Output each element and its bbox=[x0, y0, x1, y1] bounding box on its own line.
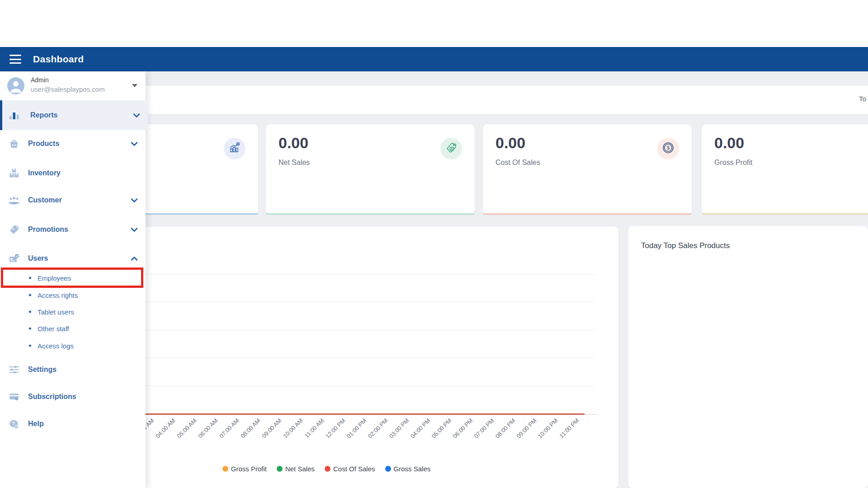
date-to-label: To bbox=[859, 95, 866, 103]
sidebar-item-label: Users bbox=[28, 254, 48, 263]
sidebar-item-label: Inventory bbox=[28, 169, 61, 177]
legend-item-gross-profit[interactable]: Gross Profit bbox=[222, 465, 267, 473]
dashboard-screen: To 0.00 Net Sales $ bbox=[0, 0, 868, 488]
sidebar-subitem-label: Tablet users bbox=[38, 308, 74, 316]
sidebar-item-settings[interactable]: Settings bbox=[0, 357, 146, 382]
sidebar-item-users[interactable]: Users bbox=[0, 246, 146, 271]
bullet-icon bbox=[29, 311, 31, 313]
cost-of-sales-card: 0.00 Cost Of Sales $ bbox=[483, 124, 692, 215]
card-accent bbox=[266, 213, 475, 215]
sidebar-item-customer[interactable]: Customer bbox=[0, 188, 146, 213]
gridline bbox=[72, 385, 596, 386]
gridline bbox=[72, 330, 596, 330]
gridline bbox=[72, 274, 596, 275]
sidebar-item-subscriptions[interactable]: Subscriptions bbox=[0, 384, 146, 409]
sidebar-item-label: Reports bbox=[30, 111, 57, 119]
top-sales-products-panel: Today Top Sales Products bbox=[628, 226, 868, 488]
cost-of-sales-value: 0.00 bbox=[495, 134, 525, 152]
legend-dot bbox=[325, 466, 330, 472]
price-tag-dollar-icon: $ bbox=[445, 141, 458, 156]
page-title: Dashboard bbox=[33, 54, 84, 65]
legend-label: Net Sales bbox=[285, 465, 315, 473]
svg-text:?: ? bbox=[12, 421, 15, 426]
sales-trend-icon bbox=[228, 141, 241, 156]
gross-profit-label: Gross Profit bbox=[714, 159, 752, 167]
svg-text:$: $ bbox=[667, 145, 670, 150]
help-bubble-icon: ? bbox=[8, 418, 20, 430]
bar-chart-icon bbox=[8, 109, 20, 121]
legend-label: Gross Profit bbox=[231, 465, 267, 473]
legend-item-gross-sales[interactable]: Gross Sales bbox=[385, 465, 431, 473]
card-icon-circle bbox=[224, 138, 245, 160]
sidebar-item-label: Customer bbox=[28, 196, 62, 204]
legend-item-cost-of-sales[interactable]: Cost Of Sales bbox=[325, 465, 375, 473]
bullet-icon bbox=[29, 277, 31, 279]
sidebar-subitem-employees[interactable]: Employees bbox=[0, 270, 146, 286]
net-sales-label: Net Sales bbox=[278, 159, 310, 167]
user-account-row[interactable]: Admin user@salesplaypos.com bbox=[0, 71, 146, 100]
net-sales-card: 0.00 Net Sales $ bbox=[266, 124, 475, 215]
id-badge-icon bbox=[8, 253, 20, 264]
bullet-icon bbox=[29, 328, 31, 330]
sidebar-item-products[interactable]: Products bbox=[0, 131, 146, 156]
gross-profit-value: 0.00 bbox=[714, 134, 744, 152]
user-email: user@salesplaypos.com bbox=[31, 85, 105, 93]
legend-dot bbox=[385, 466, 391, 472]
gross-profit-card: 0.00 Gross Profit bbox=[702, 124, 868, 215]
sidebar-item-label: Help bbox=[28, 420, 44, 428]
shopping-bag-icon bbox=[8, 138, 20, 150]
sidebar: Admin user@salesplaypos.com Reports bbox=[0, 71, 146, 488]
sidebar-subitem-label: Employees bbox=[38, 274, 71, 282]
net-sales-value: 0.00 bbox=[278, 134, 308, 152]
chevron-down-icon bbox=[131, 225, 137, 234]
gridline bbox=[72, 302, 596, 302]
chevron-down-icon bbox=[131, 140, 137, 148]
sidebar-item-promotions[interactable]: % Promotions bbox=[0, 217, 146, 242]
chevron-up-icon bbox=[131, 254, 137, 263]
chevron-down-icon bbox=[131, 196, 137, 204]
sidebar-item-help[interactable]: ? Help bbox=[0, 411, 146, 436]
sidebar-item-label: Promotions bbox=[28, 225, 68, 234]
sidebar-subitem-tablet-users[interactable]: Tablet users bbox=[0, 304, 146, 320]
sliders-icon bbox=[8, 364, 20, 375]
legend-label: Gross Sales bbox=[394, 465, 431, 473]
cost-of-sales-label: Cost Of Sales bbox=[495, 159, 540, 167]
boxes-icon bbox=[8, 167, 20, 179]
hamburger-menu-icon[interactable] bbox=[9, 55, 21, 64]
payment-card-icon bbox=[8, 391, 20, 403]
svg-text:$: $ bbox=[451, 147, 453, 151]
chart-axis-tail bbox=[585, 414, 597, 415]
bullet-icon bbox=[29, 294, 31, 296]
people-icon bbox=[8, 194, 20, 206]
card-icon-circle: $ bbox=[657, 138, 679, 160]
top-sales-products-title: Today Top Sales Products bbox=[641, 241, 730, 250]
topbar: Dashboard bbox=[0, 47, 868, 71]
chart-legend: Gross Profit Net Sales Cost Of Sales Gro… bbox=[168, 465, 485, 473]
dollar-coin-icon: $ bbox=[661, 141, 675, 156]
chevron-down-icon bbox=[133, 111, 140, 119]
card-accent bbox=[483, 213, 692, 215]
gridline bbox=[72, 358, 596, 358]
avatar bbox=[7, 77, 24, 94]
sidebar-subitem-other-staff[interactable]: Other staff bbox=[0, 320, 146, 337]
card-accent bbox=[702, 213, 868, 215]
legend-dot bbox=[222, 466, 228, 472]
legend-item-net-sales[interactable]: Net Sales bbox=[277, 465, 315, 473]
sidebar-item-inventory[interactable]: Inventory bbox=[0, 160, 146, 186]
user-name: Admin bbox=[31, 76, 49, 84]
sidebar-item-label: Subscriptions bbox=[28, 393, 76, 401]
bullet-icon bbox=[29, 345, 31, 347]
legend-dot bbox=[277, 466, 283, 472]
sidebar-subitem-access-logs[interactable]: Access logs bbox=[0, 338, 146, 354]
sidebar-subitem-label: Other staff bbox=[38, 325, 69, 333]
discount-tag-icon: % bbox=[8, 224, 20, 235]
hourly-sales-chart-card: 03:00 AM 04:00 AM 05:00 AM 06:00 AM 07:0… bbox=[63, 227, 618, 488]
legend-label: Cost Of Sales bbox=[333, 465, 375, 473]
sidebar-subitem-access-rights[interactable]: Access rights bbox=[0, 287, 146, 303]
card-icon-circle: $ bbox=[440, 138, 462, 160]
sidebar-item-reports[interactable]: Reports bbox=[0, 100, 148, 130]
chevron-down-icon bbox=[132, 84, 137, 87]
sidebar-item-label: Settings bbox=[28, 366, 57, 374]
sidebar-subitem-label: Access rights bbox=[38, 291, 78, 299]
sidebar-item-label: Products bbox=[28, 140, 59, 148]
